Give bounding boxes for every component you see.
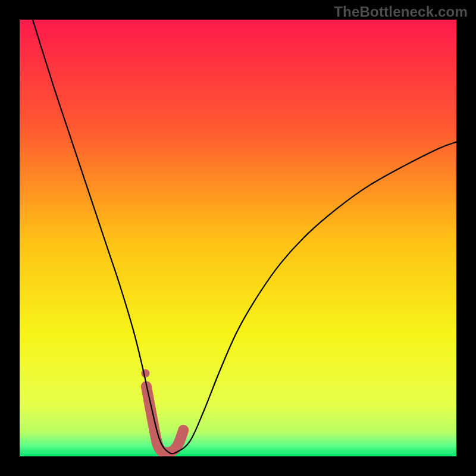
sweet-spot-dot <box>141 369 149 378</box>
plot-area <box>20 20 456 456</box>
watermark-text: TheBottleneck.com <box>334 4 468 20</box>
gradient-background <box>20 20 456 456</box>
chart-frame: TheBottleneck.com <box>0 0 476 476</box>
chart-svg <box>20 20 456 456</box>
